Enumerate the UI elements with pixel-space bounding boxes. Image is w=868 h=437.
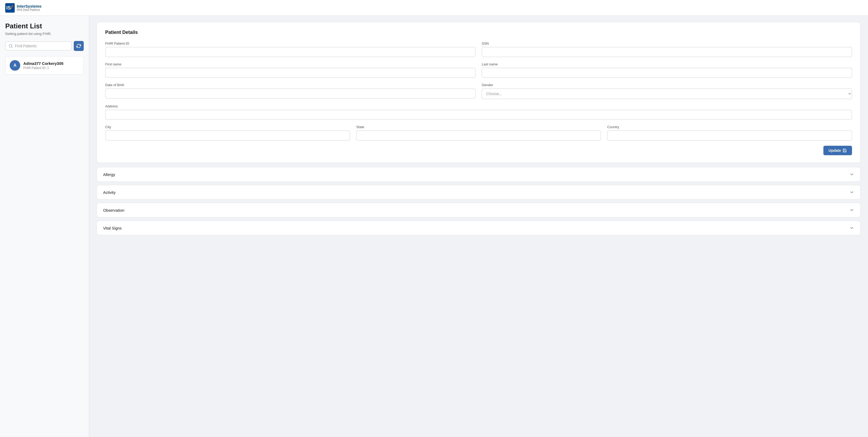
country-input[interactable] <box>607 130 852 141</box>
sidebar-title: Patient List <box>5 22 84 30</box>
state-input[interactable] <box>356 130 601 141</box>
state-label: State <box>356 125 601 129</box>
country-label: Country <box>607 125 852 129</box>
ssn-label: SSN <box>482 41 852 46</box>
city-label: City <box>105 125 350 129</box>
chevron-down-icon <box>849 208 854 212</box>
form-row-2: First name Last name <box>105 62 852 78</box>
content-area: Patient Details FHIR Patient ID SSN Firs… <box>89 16 868 437</box>
chevron-down-icon <box>849 172 854 177</box>
first-name-input[interactable] <box>105 68 475 78</box>
logo-container: IS InterSystems IRIS Data Platform <box>5 3 41 12</box>
accordion-observation: Observation <box>97 203 861 217</box>
ssn-group: SSN <box>482 41 852 57</box>
patient-list-item[interactable]: A Adina377 Corkery305 FHIR Patient ID: 1 <box>5 56 84 75</box>
search-input-wrapper[interactable] <box>5 41 72 51</box>
accordion-observation-label: Observation <box>103 208 124 212</box>
chevron-down-icon <box>849 190 854 195</box>
svg-line-4 <box>11 47 12 48</box>
update-button[interactable]: Update <box>824 146 852 155</box>
gender-label: Gender <box>482 83 852 87</box>
patient-info: Adina377 Corkery305 FHIR Patient ID: 1 <box>23 61 63 70</box>
accordion-activity-label: Activity <box>103 190 116 195</box>
update-button-row: Update <box>105 146 852 155</box>
search-input[interactable] <box>15 44 68 48</box>
app-header: IS InterSystems IRIS Data Platform <box>0 0 868 16</box>
accordion-vital-signs-label: Vital Signs <box>103 226 122 230</box>
accordion-allergy-label: Allergy <box>103 172 115 177</box>
intersystems-logo-icon: IS <box>5 3 15 12</box>
accordion-activity: Activity <box>97 185 861 200</box>
first-name-group: First name <box>105 62 475 78</box>
ssn-input[interactable] <box>482 47 852 57</box>
accordion-observation-header[interactable]: Observation <box>97 203 860 217</box>
accordion-vital-signs: Vital Signs <box>97 221 861 235</box>
gender-group: Gender Choose... Male Female Other Unkno… <box>482 83 852 99</box>
address-group: Address <box>105 104 852 120</box>
save-icon <box>842 148 847 153</box>
last-name-label: Last name <box>482 62 852 66</box>
state-group: State <box>356 125 601 141</box>
fhir-patient-id-group: FHIR Patient ID <box>105 41 475 57</box>
first-name-label: First name <box>105 62 475 66</box>
brand-subtitle: IRIS Data Platform <box>17 8 41 11</box>
brand-name: InterSystems <box>17 4 41 9</box>
city-input[interactable] <box>105 130 350 141</box>
svg-text:IS: IS <box>6 5 11 10</box>
form-row-3: Date of Birth Gender Choose... Male Fema… <box>105 83 852 99</box>
sidebar: Patient List Getting patient list using … <box>0 16 89 437</box>
sidebar-subtitle: Getting patient list using FHIR. <box>5 32 84 36</box>
accordion-allergy-header[interactable]: Allergy <box>97 167 860 181</box>
gender-select[interactable]: Choose... Male Female Other Unknown <box>482 88 852 99</box>
patient-details-card: Patient Details FHIR Patient ID SSN Firs… <box>97 22 861 163</box>
logo-text: InterSystems IRIS Data Platform <box>17 4 41 11</box>
fhir-patient-id-input[interactable] <box>105 47 475 57</box>
refresh-icon <box>76 43 81 48</box>
refresh-button[interactable] <box>74 41 84 51</box>
fhir-patient-id-label: FHIR Patient ID <box>105 41 475 46</box>
search-container <box>5 41 84 51</box>
form-row-1: FHIR Patient ID SSN <box>105 41 852 57</box>
last-name-input[interactable] <box>482 68 852 78</box>
dob-label: Date of Birth <box>105 83 475 87</box>
last-name-group: Last name <box>482 62 852 78</box>
patient-avatar: A <box>10 60 20 71</box>
accordion-activity-header[interactable]: Activity <box>97 185 860 199</box>
patient-name: Adina377 Corkery305 <box>23 61 63 66</box>
accordion-allergy: Allergy <box>97 167 861 182</box>
city-group: City <box>105 125 350 141</box>
form-row-4: City State Country <box>105 125 852 141</box>
main-layout: Patient List Getting patient list using … <box>0 16 868 437</box>
address-label: Address <box>105 104 852 108</box>
country-group: Country <box>607 125 852 141</box>
accordion-vital-signs-header[interactable]: Vital Signs <box>97 221 860 235</box>
patient-id: FHIR Patient ID: 1 <box>23 66 63 70</box>
dob-group: Date of Birth <box>105 83 475 99</box>
dob-input[interactable] <box>105 88 475 98</box>
patient-details-title: Patient Details <box>105 30 852 35</box>
chevron-down-icon <box>849 226 854 230</box>
address-input[interactable] <box>105 110 852 120</box>
search-icon <box>9 44 13 48</box>
